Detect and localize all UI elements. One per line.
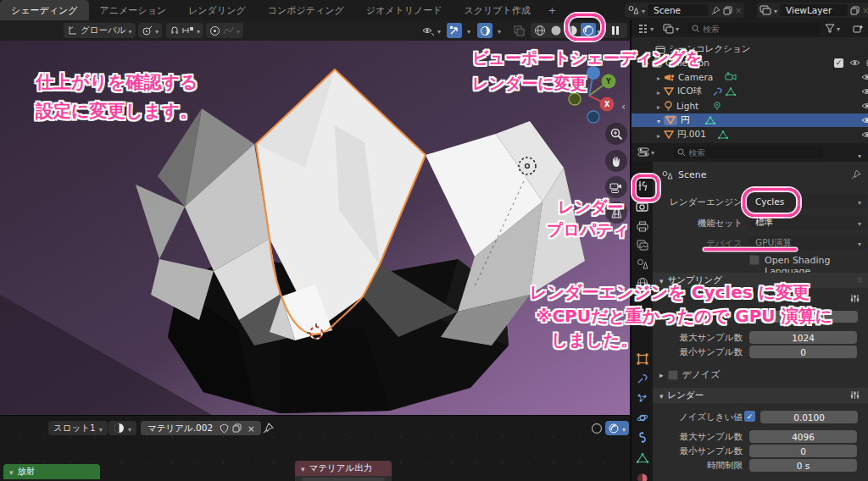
highlight-ring-rendered-shading (565, 14, 604, 41)
collection-checkbox[interactable] (834, 58, 843, 68)
panel-options-icon[interactable] (850, 390, 860, 400)
outliner-row-circle[interactable]: 円 (632, 113, 868, 127)
tab-viewlayer-properties[interactable] (635, 238, 649, 252)
pin-icon[interactable] (263, 423, 274, 434)
zoom-button[interactable] (605, 123, 627, 145)
shading-sphere-toggle[interactable] (605, 421, 629, 435)
chevron-down-icon (128, 423, 131, 434)
noise-threshold-label: ノイズしきい値 (653, 412, 743, 423)
emission-node[interactable]: 放射 (3, 464, 100, 479)
pan-button[interactable] (605, 150, 627, 172)
compositor-circle-icon[interactable] (591, 423, 603, 434)
copy-icon[interactable] (232, 423, 242, 433)
viewlayer-selector[interactable]: ViewLayer × (757, 3, 868, 18)
xray-toggle-group[interactable] (477, 23, 504, 38)
tab-animation[interactable]: アニメーション (89, 0, 178, 20)
mesh-object-icon (665, 116, 676, 124)
tab-modifier-properties[interactable] (635, 372, 649, 386)
eye-icon[interactable] (861, 102, 868, 110)
outliner-row-light[interactable]: Light (632, 99, 868, 113)
pause-render-button[interactable] (604, 23, 627, 38)
tab-scene-properties[interactable] (635, 257, 649, 271)
modifier-wrench-icon (712, 87, 722, 97)
scene-selector[interactable]: Scene × (625, 3, 744, 18)
viewlayer-name[interactable]: ViewLayer (780, 4, 848, 16)
properties-search[interactable] (674, 147, 823, 158)
tab-shading[interactable]: シェーディング (0, 0, 89, 20)
chevron-down-icon (197, 25, 200, 36)
outliner-row-circle-001[interactable]: 円.001 (632, 128, 868, 141)
pivot-point-dropdown[interactable] (138, 23, 162, 38)
panel-options-icon[interactable] (850, 294, 860, 303)
eye-icon[interactable] (861, 116, 868, 124)
pin-icon[interactable] (851, 169, 861, 180)
tab-constraint-properties[interactable] (635, 430, 649, 445)
display-mode-dropdown[interactable] (637, 23, 654, 34)
mesh-data-icon (718, 130, 728, 139)
tab-physics-properties[interactable] (635, 411, 649, 425)
noise-threshold-checkbox[interactable] (744, 411, 755, 422)
noise-threshold-field[interactable]: 0.0100 (760, 411, 858, 423)
expand-icon[interactable] (657, 130, 660, 140)
time-limit-field[interactable]: 0 s (749, 459, 857, 472)
chevron-down-icon (622, 423, 626, 434)
unlink-icon: × (735, 6, 742, 15)
render-section-header[interactable]: レンダー (653, 388, 868, 403)
tab-output-properties[interactable] (635, 219, 649, 234)
outliner-filter-mode[interactable] (663, 23, 679, 34)
shading-solid-button[interactable] (548, 23, 564, 38)
chevron-down-icon (498, 25, 501, 36)
unlink-material-button[interactable]: × (245, 423, 258, 434)
fake-user-shield-icon[interactable] (220, 423, 229, 434)
chevron-down-icon[interactable] (858, 150, 861, 161)
tab-geometry-nodes[interactable]: ジオメトリノード (355, 0, 453, 20)
proportional-edit-controls[interactable] (206, 23, 243, 38)
pin-icon[interactable] (711, 6, 721, 15)
new-collection-icon[interactable] (853, 24, 864, 34)
feature-set-dropdown[interactable]: 標準 (749, 215, 867, 229)
chevron-down-icon (650, 23, 654, 34)
properties-editor-type[interactable] (637, 147, 654, 158)
tab-material-properties[interactable] (635, 471, 649, 481)
material-slot-dropdown[interactable]: スロット1 (48, 421, 108, 435)
toggle-xray-button[interactable] (511, 23, 526, 38)
scene-name[interactable]: Scene (648, 4, 709, 16)
render-min-samples-field[interactable]: 0 (749, 445, 857, 457)
snapping-controls[interactable] (166, 23, 203, 38)
eye-icon[interactable] (861, 87, 868, 96)
properties-breadcrumb: Scene (661, 169, 707, 180)
show-overlays-toggle[interactable] (447, 23, 473, 38)
tab-particle-properties[interactable] (635, 391, 649, 406)
filter-dropdown[interactable] (825, 23, 840, 34)
tab-compositing[interactable]: コンポジティング (257, 0, 355, 20)
eye-icon[interactable] (849, 58, 860, 67)
eye-icon[interactable] (861, 130, 868, 139)
material-browse-dropdown[interactable] (108, 421, 136, 435)
viewlayer-icon (760, 5, 771, 15)
expand-icon[interactable] (657, 115, 660, 125)
osl-checkbox[interactable] (749, 255, 760, 265)
outliner-search[interactable] (688, 23, 821, 35)
transform-orientation-dropdown[interactable]: グローバル (64, 23, 136, 38)
denoise-checkbox[interactable] (668, 370, 678, 380)
shader-editor[interactable]: スロット1 マテリアル.002 × 放射 マテリアル出力 (0, 415, 632, 481)
copy-icon[interactable] (723, 6, 732, 15)
copy-icon[interactable] (850, 6, 860, 15)
render-max-samples-field[interactable]: 4096 (749, 430, 857, 443)
chevron-down-icon (676, 23, 679, 34)
eye-icon[interactable] (861, 73, 868, 81)
add-workspace-button[interactable]: + (542, 0, 563, 20)
properties-search-input[interactable] (688, 148, 820, 158)
expand-icon[interactable] (657, 101, 660, 111)
shading-wireframe-button[interactable] (532, 23, 548, 38)
tab-data-properties[interactable] (635, 451, 649, 465)
denoise-row[interactable]: デノイズ (659, 368, 721, 381)
material-name[interactable]: マテリアル.002 (144, 423, 216, 434)
tab-rendering[interactable]: レンダリング (177, 0, 257, 20)
tab-object-properties[interactable] (635, 351, 649, 366)
tab-scripting[interactable]: スクリプト作成 (453, 0, 542, 20)
outliner-search-input[interactable] (703, 25, 817, 34)
show-gizmo-toggle[interactable] (419, 23, 444, 38)
material-output-node-header[interactable]: マテリアル出力 (295, 461, 392, 476)
sidebar-collapse-icon[interactable]: ‹ (621, 100, 626, 113)
